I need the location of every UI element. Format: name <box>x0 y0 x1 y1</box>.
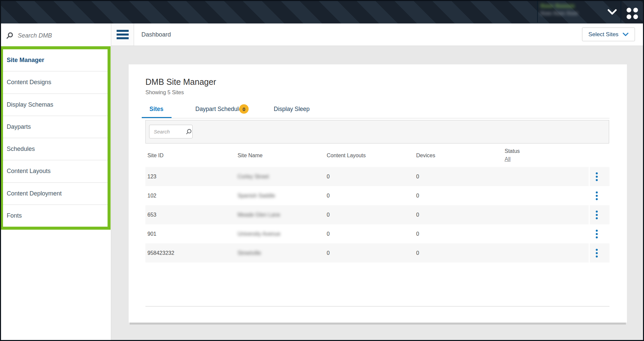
action-cell-divider <box>589 243 590 263</box>
chevron-down-icon <box>623 33 629 36</box>
user-account-area[interactable]: Xxxx Xxxxxx Xxxx Xxxx Xxxx <box>540 3 589 21</box>
daypart-count-badge: 0 <box>239 104 249 114</box>
column-header-status: Status <box>505 148 520 154</box>
devices-cell: 0 <box>416 205 419 224</box>
site-name-blurred-cell: University Avenue <box>238 224 280 243</box>
table-row[interactable]: 123 Corley Street 0 0 <box>145 167 609 186</box>
sidebar-item-schedules[interactable]: Schedules <box>3 138 108 160</box>
table-row[interactable]: 653 Meade Glen Lane 0 0 <box>145 205 609 224</box>
page-header: Dashboard Select Sites <box>111 23 644 46</box>
site-name-blurred-cell: Streetville <box>238 243 261 263</box>
page-title: DMB Site Manager <box>145 77 216 87</box>
devices-cell: 0 <box>416 186 419 205</box>
select-sites-label: Select Sites <box>588 31 619 38</box>
site-id-cell: 653 <box>147 205 156 224</box>
main-content-area: DMB Site Manager Showing 5 Sites Sites D… <box>111 46 644 341</box>
user-org-blurred: Xxxx Xxxx Xxxx <box>540 10 589 16</box>
row-actions-kebab-icon[interactable] <box>594 224 600 243</box>
site-manager-card: DMB Site Manager Showing 5 Sites Sites D… <box>129 64 627 323</box>
sidebar-item-fonts[interactable]: Fonts <box>3 205 108 227</box>
table-row[interactable]: 901 University Avenue 0 0 <box>145 224 609 243</box>
content-layouts-cell: 0 <box>327 167 330 186</box>
sidebar-search[interactable] <box>6 30 103 42</box>
card-bottom-divider <box>145 306 609 306</box>
sidebar-item-display-schemas[interactable]: Display Schemas <box>3 94 108 116</box>
breadcrumb: Dashboard <box>141 23 171 46</box>
user-name-blurred: Xxxx Xxxxxx <box>540 3 589 9</box>
sites-count-subtitle: Showing 5 Sites <box>145 90 184 96</box>
sidebar: Site Manager Content Designs Display Sch… <box>0 23 111 341</box>
site-id-cell: 102 <box>147 186 156 205</box>
devices-cell: 0 <box>416 243 419 263</box>
content-layouts-cell: 0 <box>327 205 330 224</box>
sidebar-item-content-designs[interactable]: Content Designs <box>3 71 108 94</box>
tab-strip-divider <box>142 118 609 118</box>
apps-grid-icon[interactable] <box>625 6 639 20</box>
search-icon <box>6 32 13 39</box>
table-header: Site ID Site Name Content Layouts Device… <box>129 144 627 167</box>
select-sites-button[interactable]: Select Sites <box>582 27 635 41</box>
table-search-input[interactable] <box>154 129 185 134</box>
sidebar-search-input[interactable] <box>18 32 95 39</box>
row-actions-kebab-icon[interactable] <box>594 243 600 263</box>
sidebar-nav: Site Manager Content Designs Display Sch… <box>3 49 108 227</box>
column-header-site-name[interactable]: Site Name <box>238 153 263 159</box>
menu-toggle-button[interactable] <box>111 23 134 46</box>
chevron-down-icon[interactable] <box>607 9 617 15</box>
devices-cell: 0 <box>416 224 419 243</box>
topbar-divider <box>537 1 538 22</box>
action-cell-divider <box>589 186 590 205</box>
search-icon <box>185 128 192 135</box>
app-window: Xxxx Xxxxxx Xxxx Xxxx Xxxx Site Manager … <box>0 0 644 341</box>
table-search-box[interactable] <box>149 125 193 138</box>
action-cell-divider <box>589 205 590 224</box>
sidebar-item-dayparts[interactable]: Dayparts <box>3 116 108 138</box>
active-tab-underline <box>142 117 172 118</box>
sidebar-item-content-layouts[interactable]: Content Layouts <box>3 160 108 182</box>
tab-sites[interactable]: Sites <box>149 106 164 113</box>
hamburger-icon <box>117 30 129 39</box>
table-body: 123 Corley Street 0 0 102 Spanish Saddle… <box>145 167 609 263</box>
row-actions-kebab-icon[interactable] <box>594 205 600 224</box>
action-cell-divider <box>589 167 590 186</box>
sidebar-highlight-box: Site Manager Content Designs Display Sch… <box>0 46 111 230</box>
column-header-site-id[interactable]: Site ID <box>147 153 164 159</box>
content-layouts-cell: 0 <box>327 243 330 263</box>
column-header-content-layouts[interactable]: Content Layouts <box>327 153 366 159</box>
row-actions-kebab-icon[interactable] <box>594 186 600 205</box>
sidebar-item-site-manager[interactable]: Site Manager <box>3 49 108 71</box>
devices-cell: 0 <box>416 167 419 186</box>
topbar-divider <box>621 1 621 22</box>
tab-daypart-schedule[interactable]: Daypart Schedule <box>195 106 242 113</box>
site-id-cell: 123 <box>147 167 156 186</box>
table-filter-panel <box>145 120 609 144</box>
row-actions-kebab-icon[interactable] <box>594 167 600 186</box>
content-layouts-cell: 0 <box>327 186 330 205</box>
sidebar-item-content-deployment[interactable]: Content Deployment <box>3 183 108 205</box>
site-id-cell: 958423232 <box>147 243 174 263</box>
site-name-blurred-cell: Meade Glen Lane <box>238 205 280 224</box>
site-id-cell: 901 <box>147 224 156 243</box>
table-row[interactable]: 102 Spanish Saddle 0 0 <box>145 186 609 205</box>
action-cell-divider <box>589 224 590 243</box>
site-name-blurred-cell: Corley Street <box>238 167 269 186</box>
content-layouts-cell: 0 <box>327 224 330 243</box>
column-header-devices[interactable]: Devices <box>416 153 435 159</box>
site-name-blurred-cell: Spanish Saddle <box>238 186 275 205</box>
table-row[interactable]: 958423232 Streetville 0 0 <box>145 243 609 263</box>
top-app-bar: Xxxx Xxxxxx Xxxx Xxxx Xxxx <box>0 0 644 23</box>
tab-display-sleep[interactable]: Display Sleep <box>274 106 310 113</box>
status-filter-all-link[interactable]: All <box>505 156 511 162</box>
